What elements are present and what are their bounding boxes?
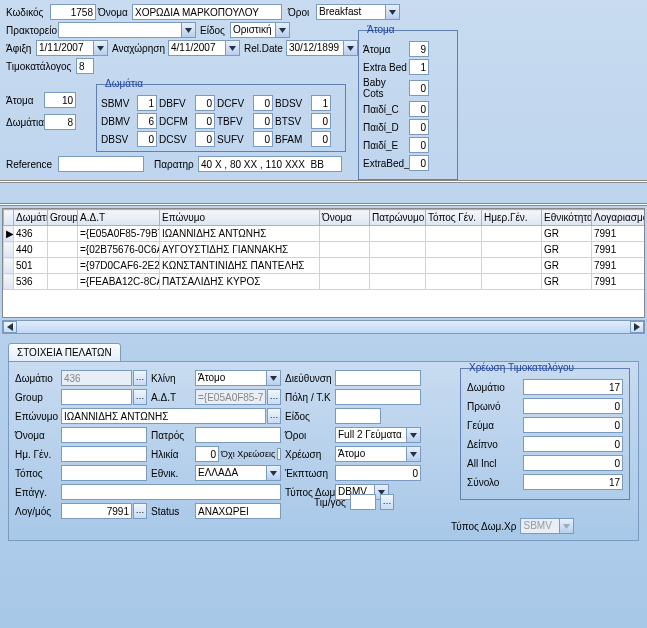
nocharge-checkbox[interactable] xyxy=(277,448,281,460)
grid-cell[interactable]: ΑΥΓΟΥΣΤΙΔΗΣ ΓΙΑΝΝΑΚΗΣ xyxy=(160,242,320,258)
name-input[interactable] xyxy=(132,4,282,20)
chevron-down-icon[interactable] xyxy=(266,371,280,385)
scroll-left-icon[interactable] xyxy=(3,321,17,333)
charge-combo[interactable]: Άτομο xyxy=(335,446,421,462)
grid-cell[interactable] xyxy=(370,242,426,258)
grid-cell[interactable]: GR xyxy=(542,226,592,242)
grid-column-header[interactable]: Λογαριασμός xyxy=(592,210,646,226)
grid-cell[interactable] xyxy=(320,226,370,242)
persons-row-input[interactable] xyxy=(409,155,429,171)
roomtype-count-input[interactable] xyxy=(137,95,157,111)
chevron-down-icon[interactable] xyxy=(343,41,357,55)
grid-column-header[interactable]: Ημερ.Γέν. xyxy=(482,210,542,226)
discount-input[interactable] xyxy=(335,465,421,481)
grid-column-header[interactable]: Εθνικότητα xyxy=(542,210,592,226)
grid-cell[interactable]: ={E05A0F85-79B7 xyxy=(78,226,160,242)
nation-combo[interactable]: ΕΛΛΑΔΑ xyxy=(195,465,281,481)
chevron-down-icon[interactable] xyxy=(406,428,420,442)
name2-input[interactable] xyxy=(61,427,147,443)
grid-cell[interactable] xyxy=(48,226,78,242)
grid-cell[interactable]: 536 xyxy=(14,274,48,290)
type2-input[interactable] xyxy=(335,408,381,424)
price-input[interactable] xyxy=(350,494,376,510)
table-row[interactable]: ▶436={E05A0F85-79B7ΙΩΑΝΝΙΔΗΣ ΑΝΤΩΝΗΣGR79… xyxy=(4,226,646,242)
grid-column-header[interactable]: Όνομα xyxy=(320,210,370,226)
grid-cell[interactable]: 7991 xyxy=(592,258,646,274)
roomtype-count-input[interactable] xyxy=(137,113,157,129)
charge-row-input[interactable] xyxy=(523,455,623,471)
departure-date[interactable]: 4/11/2007 xyxy=(168,40,240,56)
charge-row-input[interactable] xyxy=(523,436,623,452)
roomtype-count-input[interactable] xyxy=(253,131,273,147)
chevron-down-icon[interactable] xyxy=(406,447,420,461)
grid-cell[interactable] xyxy=(370,274,426,290)
table-row[interactable]: 440={02B75676-0C6AΑΥΓΟΥΣΤΙΔΗΣ ΓΙΑΝΝΑΚΗΣG… xyxy=(4,242,646,258)
roomtype-count-input[interactable] xyxy=(253,113,273,129)
grid-cell[interactable]: GR xyxy=(542,274,592,290)
chevron-down-icon[interactable] xyxy=(275,23,289,37)
grid-cell[interactable] xyxy=(426,226,482,242)
grid-cell[interactable] xyxy=(370,258,426,274)
scroll-right-icon[interactable] xyxy=(630,321,644,333)
status-input[interactable] xyxy=(195,503,281,519)
grid-cell[interactable]: ΠΑΤΣΑΛΙΔΗΣ ΚΥΡΟΣ xyxy=(160,274,320,290)
roomtype-count-input[interactable] xyxy=(195,113,215,129)
surname-lookup-button[interactable]: … xyxy=(267,408,281,424)
grid-cell[interactable]: 7991 xyxy=(592,274,646,290)
grid-cell[interactable] xyxy=(370,226,426,242)
age-input[interactable] xyxy=(195,446,219,462)
persons-input[interactable] xyxy=(44,92,76,108)
place-input[interactable] xyxy=(61,465,147,481)
grid-cell[interactable] xyxy=(426,242,482,258)
table-row[interactable]: 536={FEABA12C-8CA5ΠΑΤΣΑΛΙΔΗΣ ΚΥΡΟΣGR7991… xyxy=(4,274,646,290)
grid-cell[interactable]: ΙΩΑΝΝΙΔΗΣ ΑΝΤΩΝΗΣ xyxy=(160,226,320,242)
persons-row-input[interactable] xyxy=(409,80,429,96)
price-lookup-button[interactable]: … xyxy=(380,494,394,510)
grid-cell[interactable]: ={FEABA12C-8CA5 xyxy=(78,274,160,290)
rooms-input[interactable] xyxy=(44,114,76,130)
persons-row-input[interactable] xyxy=(409,101,429,117)
grid-cell[interactable] xyxy=(482,242,542,258)
grid-column-header[interactable]: Τόπος Γέν. xyxy=(426,210,482,226)
grid-column-header[interactable]: Α.Δ.Τ xyxy=(78,210,160,226)
persons-row-input[interactable] xyxy=(409,41,429,57)
group-input[interactable] xyxy=(61,389,132,405)
grid-cell[interactable] xyxy=(48,274,78,290)
surname-input[interactable] xyxy=(61,408,266,424)
type-combo[interactable]: Οριστική xyxy=(230,22,290,38)
grid-cell[interactable] xyxy=(426,274,482,290)
charge-row-input[interactable] xyxy=(523,398,623,414)
code-input[interactable] xyxy=(50,4,96,20)
reference-input[interactable] xyxy=(58,156,144,172)
grid-cell[interactable]: ={02B75676-0C6A xyxy=(78,242,160,258)
grid-cell[interactable]: 501 xyxy=(14,258,48,274)
arrival-date[interactable]: 1/11/2007 xyxy=(36,40,108,56)
room-lookup-button[interactable]: … xyxy=(133,370,147,386)
charge-row-input[interactable] xyxy=(523,474,623,490)
persons-row-input[interactable] xyxy=(409,137,429,153)
agency-combo[interactable] xyxy=(58,22,196,38)
tab-customer-details[interactable]: ΣΤΟΙΧΕΙΑ ΠΕΛΑΤΩΝ xyxy=(8,343,121,362)
city-input[interactable] xyxy=(335,389,421,405)
roomtype-count-input[interactable] xyxy=(311,113,331,129)
grid-column-header[interactable]: Επώνυμο xyxy=(160,210,320,226)
reldate-date[interactable]: 30/12/1899 xyxy=(286,40,358,56)
grid-cell[interactable] xyxy=(426,258,482,274)
charge-row-input[interactable] xyxy=(523,379,623,395)
grid-cell[interactable] xyxy=(320,242,370,258)
job-input[interactable] xyxy=(61,484,281,500)
terms2-combo[interactable]: Full 2 Γεύματα xyxy=(335,427,421,443)
grid-cell[interactable]: 440 xyxy=(14,242,48,258)
grid-cell[interactable]: ΚΩΝΣΤΑΝΤΙΝΙΔΗΣ ΠΑΝΤΕΛΗΣ xyxy=(160,258,320,274)
table-row[interactable]: 501={97D0CAF6-2E27ΚΩΝΣΤΑΝΤΙΝΙΔΗΣ ΠΑΝΤΕΛΗ… xyxy=(4,258,646,274)
bed-combo[interactable]: Άτομο xyxy=(195,370,281,386)
grid-column-header[interactable]: Group xyxy=(48,210,78,226)
horizontal-scrollbar[interactable] xyxy=(2,320,645,334)
roomtype-count-input[interactable] xyxy=(195,131,215,147)
father-input[interactable] xyxy=(195,427,281,443)
roomtype-count-input[interactable] xyxy=(311,95,331,111)
grid-cell[interactable] xyxy=(482,274,542,290)
roomtype-count-input[interactable] xyxy=(311,131,331,147)
chevron-down-icon[interactable] xyxy=(385,5,399,19)
grid-column-header[interactable]: Δωμάτιο xyxy=(14,210,48,226)
